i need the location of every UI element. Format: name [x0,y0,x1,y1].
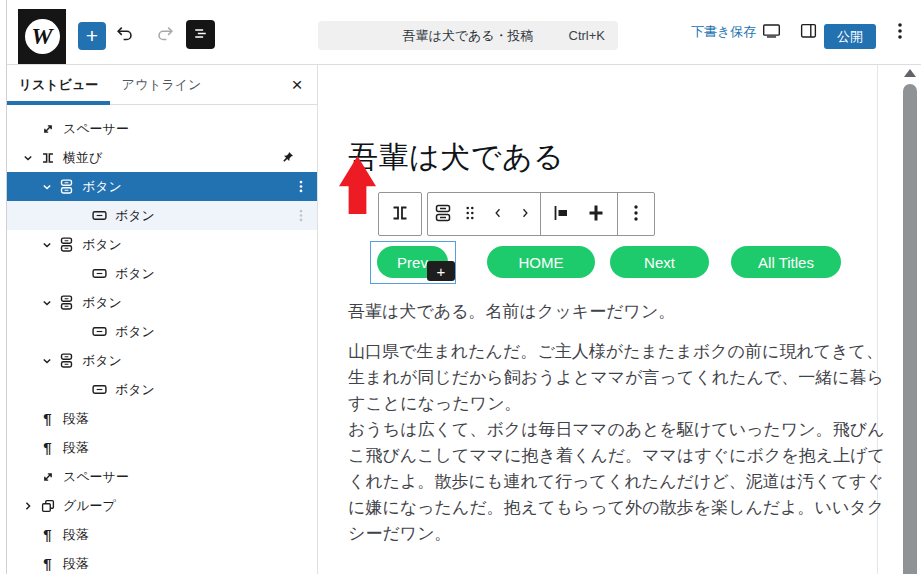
content-button-label: Prev [397,254,428,271]
drag-handle[interactable] [457,196,483,232]
block-label: ボタン [115,207,155,225]
paragraphs-area: 吾輩は犬である。名前はクッキーだワン。山口県で生まれたんだ。ご主人様がたまたまボ… [348,299,885,547]
preview-button[interactable] [756,17,786,47]
block-label: ボタン [82,352,122,370]
row-options-icon[interactable] [293,207,309,227]
buttons-icon [56,235,77,254]
chevron-icon[interactable] [37,295,56,311]
move-left-button[interactable] [485,196,511,232]
pin-icon [280,150,295,168]
block-label: 横並び [63,149,102,167]
block-type-button[interactable] [430,196,456,232]
paragraph-icon: ¶ [37,526,58,543]
editor-topbar: W + 吾輩は犬である・投稿 Ctrl+K 下書き保存 公開 [7,0,921,65]
button-block: All Titles + [731,246,841,278]
wordpress-block-editor: W + 吾輩は犬である・投稿 Ctrl+K 下書き保存 公開 リストビュー [0,0,921,574]
redo-icon [154,23,176,48]
move-right-icon [516,201,534,228]
block-label: ボタン [82,294,122,312]
chevron-icon[interactable] [18,150,37,166]
block-label: スペーサー [63,468,129,486]
list-view-row[interactable]: ¶ 段落 [7,433,317,462]
select-parent-row-button[interactable] [378,192,422,236]
list-view-row[interactable]: グループ [7,491,317,520]
content-button-label: HOME [519,254,564,271]
stretch-icon [584,201,608,228]
monitor-icon [760,20,783,45]
list-view-icon [190,23,211,47]
button-icon [89,206,110,225]
settings-sidebar-button[interactable] [793,17,823,47]
list-view-row[interactable]: ボタン [7,375,317,404]
paragraph-block[interactable]: 吾輩は犬である。名前はクッキーだワン。 [348,299,885,325]
chevron-icon[interactable] [37,179,56,195]
block-label: 段落 [63,526,89,544]
buttons-block-icon [431,201,455,228]
undo-icon [114,23,136,48]
button-icon [89,322,110,341]
sidebar-panel-icon [797,20,820,45]
list-view-row[interactable]: ボタン [7,259,317,288]
content-button[interactable]: HOME [487,246,595,278]
justify-items-button[interactable] [549,196,575,232]
list-view-row[interactable]: スペーサー [7,114,317,143]
save-draft-button[interactable]: 下書き保存 [683,15,764,49]
button-icon [89,380,110,399]
row-parent-icon [388,201,412,228]
content-button-label: Next [644,254,675,271]
list-view-row[interactable]: ボタン [7,346,317,375]
chevron-icon[interactable] [37,237,56,253]
list-view-row[interactable]: ボタン [7,317,317,346]
close-list-view-button[interactable]: × [283,71,311,99]
post-title[interactable]: 吾輩は犬である [348,137,564,178]
row-options-icon[interactable] [293,178,309,198]
undo-button[interactable] [110,20,140,50]
list-view-row[interactable]: ¶ 段落 [7,404,317,433]
block-toolbar-group-1 [428,193,540,235]
paragraph-block[interactable]: おうちは広くて、ボクは毎日ママのあとを駆けていったワン。飛びんこ飛びんこしてママ… [348,417,885,547]
content-button[interactable]: Next [610,246,709,278]
redo-button[interactable] [150,20,180,50]
move-right-button[interactable] [512,196,538,232]
list-view-row[interactable]: ¶ 段落 [7,520,317,549]
block-label: グループ [63,497,116,515]
command-search-bar[interactable]: 吾輩は犬である・投稿 Ctrl+K [318,21,618,50]
block-label: ボタン [115,265,155,283]
paragraph-icon: ¶ [37,555,58,572]
list-view-row[interactable]: ボタン [7,288,317,317]
publish-button[interactable]: 公開 [824,24,876,49]
tab-list-view[interactable]: リストビュー [7,65,110,104]
wordpress-logo-icon: W [25,19,60,54]
scrollbar-up-arrow[interactable] [904,69,916,77]
chevron-icon[interactable] [18,498,37,514]
wordpress-logo[interactable]: W [18,9,66,64]
list-view-row[interactable]: スペーサー [7,462,317,491]
block-toolbar-group-3 [617,193,654,235]
vertical-alignment-button[interactable] [583,196,609,232]
list-view-row[interactable]: ボタン [7,172,317,201]
options-menu-button[interactable] [885,17,915,47]
list-view-row[interactable]: 横並び [7,143,317,172]
content-button[interactable]: All Titles [731,246,841,278]
block-label: ボタン [82,236,122,254]
button-block: Next + [610,246,709,278]
chevron-icon[interactable] [37,353,56,369]
list-view-row[interactable]: ¶ 段落 [7,549,317,574]
button-icon [89,264,110,283]
list-view-tabbar: リストビュー アウトライン [7,65,317,105]
block-inserter-badge[interactable]: + [427,261,455,281]
paragraph-block[interactable]: 山口県で生まれたんだ。ご主人様がたまたまボクの前に現れてきて、生まれが同じだから… [348,339,885,417]
list-view-row[interactable]: ボタン [7,201,317,230]
vertical-scrollbar-thumb[interactable] [903,84,917,574]
block-options-button[interactable] [623,196,649,232]
group-icon [37,497,58,515]
content-button-label: All Titles [758,254,814,271]
document-title: 吾輩は犬である・投稿 [402,27,533,45]
block-inserter-button[interactable]: + [78,22,106,50]
row-icon [37,149,58,167]
tab-outline[interactable]: アウトライン [110,65,213,104]
list-view-toggle-button[interactable] [186,20,215,49]
block-label: 段落 [63,410,89,428]
list-view-row[interactable]: ボタン [7,230,317,259]
move-left-icon [489,201,507,228]
